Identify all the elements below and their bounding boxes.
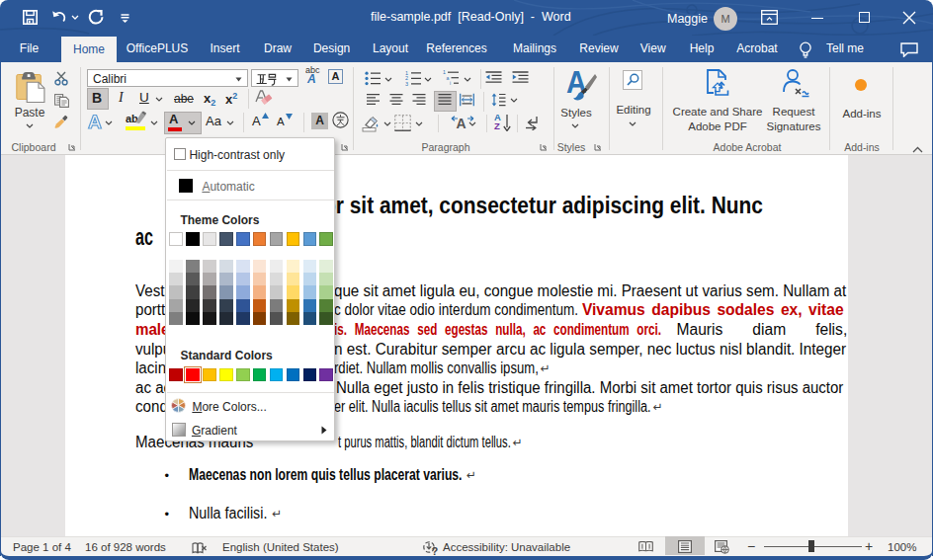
- svg-text:3: 3: [405, 81, 408, 86]
- svg-text:i: i: [450, 80, 451, 86]
- svg-text:?: ?: [432, 544, 439, 556]
